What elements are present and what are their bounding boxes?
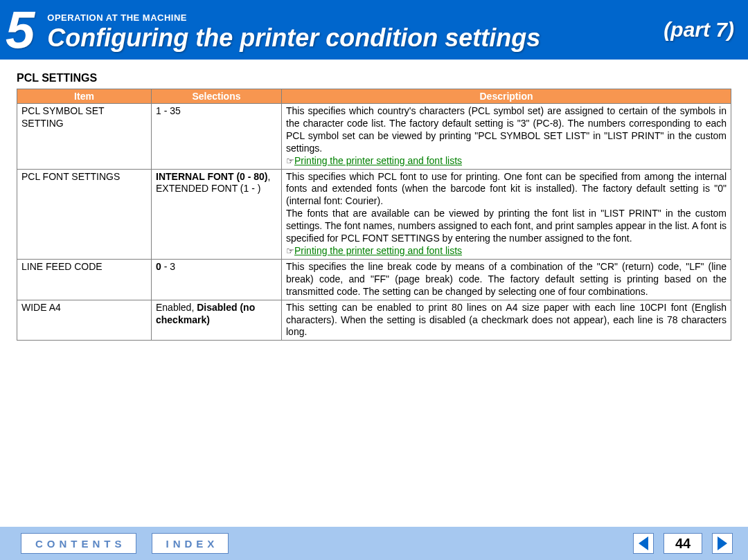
header-text: OPERATION AT THE MACHINE Configuring the… <box>47 7 664 53</box>
page-header: 5 OPERATION AT THE MACHINE Configuring t… <box>0 0 748 60</box>
desc-text-p2: The fonts that are available can be view… <box>286 208 727 244</box>
link-printing-lists[interactable]: Printing the printer setting and font li… <box>294 245 462 256</box>
super-title: OPERATION AT THE MACHINE <box>47 12 664 23</box>
arrow-right-icon <box>718 536 727 550</box>
cell-description: This specifies which country's character… <box>282 104 731 170</box>
next-page-button[interactable] <box>712 533 733 554</box>
footer-right: 44 <box>633 533 748 554</box>
sel-bold: 0 <box>156 261 161 272</box>
col-description: Description <box>282 89 731 104</box>
cell-description: This specifies the line break code by me… <box>282 259 731 300</box>
cell-item: PCL FONT SETTINGS <box>17 169 152 259</box>
pointer-icon: ☞ <box>286 246 294 256</box>
settings-table: Item Selections Description PCL SYMBOL S… <box>17 89 731 341</box>
table-row: PCL FONT SETTINGS INTERNAL FONT (0 - 80)… <box>17 169 731 259</box>
cell-description: This specifies which PCL font to use for… <box>282 169 731 259</box>
desc-text-p1: This specifies which PCL font to use for… <box>286 171 727 207</box>
page-title: Configuring the printer condition settin… <box>47 23 664 53</box>
footer-bar: CONTENTS INDEX 44 <box>0 527 748 560</box>
cell-selections: Enabled, Disabled (no checkmark) <box>152 300 282 341</box>
chapter-number: 5 <box>0 3 47 56</box>
index-button[interactable]: INDEX <box>152 533 229 554</box>
section-heading: PCL SETTINGS <box>17 72 731 84</box>
sel-bold: INTERNAL FONT (0 - 80) <box>156 171 268 182</box>
content-area: PCL SETTINGS Item Selections Description… <box>0 60 748 341</box>
link-printing-lists[interactable]: Printing the printer setting and font li… <box>294 155 462 166</box>
cell-item: PCL SYMBOL SET SETTING <box>17 104 152 170</box>
table-row: LINE FEED CODE 0 - 3 This specifies the … <box>17 259 731 300</box>
part-label: (part 7) <box>664 18 748 42</box>
cell-item: WIDE A4 <box>17 300 152 341</box>
cell-item: LINE FEED CODE <box>17 259 152 300</box>
col-item: Item <box>17 89 152 104</box>
desc-text: This specifies which country's character… <box>286 105 727 154</box>
sel-rest: - 3 <box>161 261 175 272</box>
contents-button[interactable]: CONTENTS <box>21 533 136 554</box>
cell-selections: 1 - 35 <box>152 104 282 170</box>
prev-page-button[interactable] <box>633 533 654 554</box>
pointer-icon: ☞ <box>286 156 294 166</box>
cell-description: This setting can be enabled to print 80 … <box>282 300 731 341</box>
sel-plain: Enabled, <box>156 302 197 313</box>
page-number: 44 <box>664 533 702 554</box>
table-head-row: Item Selections Description <box>17 89 731 104</box>
arrow-left-icon <box>639 536 648 550</box>
table-row: PCL SYMBOL SET SETTING 1 - 35 This speci… <box>17 104 731 170</box>
table-row: WIDE A4 Enabled, Disabled (no checkmark)… <box>17 300 731 341</box>
cell-selections: 0 - 3 <box>152 259 282 300</box>
cell-selections: INTERNAL FONT (0 - 80), EXTENDED FONT (1… <box>152 169 282 259</box>
col-selections: Selections <box>152 89 282 104</box>
